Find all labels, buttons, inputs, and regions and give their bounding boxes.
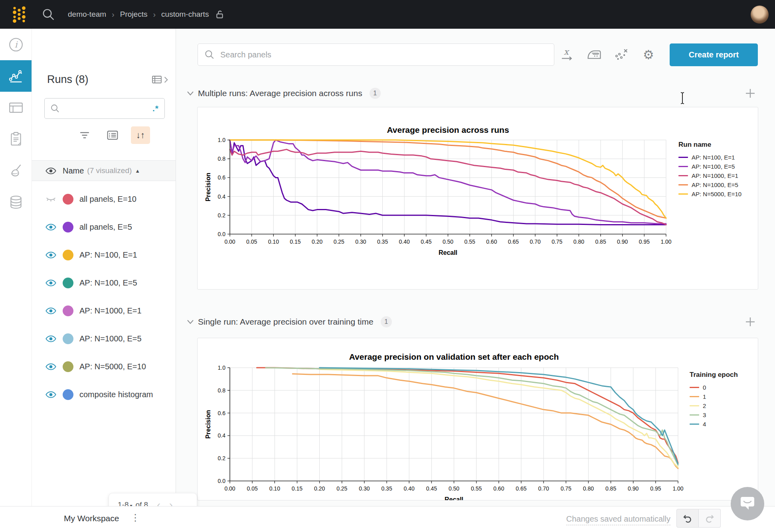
add-panel-icon[interactable] (744, 87, 757, 100)
run-name[interactable]: AP: N=100, E=1 (79, 250, 137, 260)
top-navbar: demo-team › Projects › custom-charts (0, 0, 775, 29)
undo-button[interactable] (676, 509, 699, 528)
breadcrumb-project-name[interactable]: custom-charts (161, 10, 209, 19)
run-visible-eye-icon[interactable] (45, 363, 56, 370)
run-color-dot (63, 305, 73, 316)
svg-text:0.20: 0.20 (314, 485, 325, 492)
legend-title: Run name (678, 141, 741, 149)
run-visible-eye-icon[interactable] (45, 251, 56, 259)
legend-swatch (690, 396, 699, 397)
run-name[interactable]: all panels, E=10 (79, 195, 136, 204)
svg-text:0.90: 0.90 (628, 485, 639, 492)
regex-toggle[interactable]: .* (152, 104, 159, 113)
run-visible-eye-icon[interactable] (45, 223, 56, 231)
collapse-chevron-icon[interactable] (186, 91, 194, 96)
run-row[interactable]: AP: N=100, E=5 (32, 269, 176, 297)
svg-text:0.0: 0.0 (218, 478, 226, 484)
run-color-dot (63, 333, 73, 344)
workspace-menu-icon[interactable]: ⋮ (130, 512, 140, 523)
runs-name-header[interactable]: Name (7 visualized) ▲ (32, 160, 176, 181)
help-chat-button[interactable] (731, 487, 764, 520)
collapse-chevron-icon[interactable] (186, 319, 194, 325)
settings-gear-icon[interactable]: ⚙ (641, 47, 656, 63)
run-visible-eye-icon[interactable] (45, 391, 56, 398)
svg-text:1.0: 1.0 (218, 365, 226, 371)
text-cursor (680, 91, 685, 105)
run-hidden-eye-icon[interactable] (45, 195, 56, 203)
breadcrumb-team[interactable]: demo-team (68, 10, 106, 19)
svg-text:i: i (14, 39, 18, 49)
run-color-dot (63, 222, 73, 233)
nav-artifacts-icon[interactable] (0, 186, 32, 218)
run-name[interactable]: all panels, E=5 (79, 223, 132, 232)
left-nav-rail: i (0, 29, 32, 532)
run-name[interactable]: AP: N=5000, E=10 (79, 362, 146, 371)
svg-text:0.6: 0.6 (218, 174, 226, 181)
autosave-status[interactable]: Changes saved automatically (566, 514, 670, 525)
nav-logs-icon[interactable] (0, 123, 32, 155)
name-column-header[interactable]: Name (63, 166, 84, 175)
legend-item: AP: N=1000, E=1 (678, 171, 741, 180)
user-avatar[interactable] (751, 6, 769, 24)
run-visible-eye-icon[interactable] (45, 279, 56, 287)
runs-table-expand-button[interactable] (152, 75, 168, 85)
svg-text:0.4: 0.4 (218, 193, 226, 200)
run-row[interactable]: AP: N=1000, E=5 (32, 325, 176, 353)
run-visible-eye-icon[interactable] (45, 335, 56, 343)
run-name[interactable]: AP: N=100, E=5 (79, 278, 137, 288)
legend-item: AP: N=1000, E=5 (678, 180, 741, 189)
chart-panel-single-run[interactable]: 0.000.050.100.150.200.250.300.350.400.45… (197, 338, 758, 500)
x-axis-settings-icon[interactable]: x (559, 47, 575, 63)
add-panel-icon[interactable] (744, 315, 757, 328)
workspace-selector[interactable]: My Workspace (64, 514, 119, 523)
global-search-icon[interactable] (42, 8, 55, 21)
run-visible-eye-icon[interactable] (45, 307, 56, 315)
run-row[interactable]: AP: N=5000, E=10 (32, 353, 176, 380)
panel-search-box (198, 43, 554, 66)
run-row[interactable]: AP: N=100, E=1 (32, 241, 176, 269)
svg-text:0.70: 0.70 (530, 238, 540, 245)
svg-text:0.70: 0.70 (538, 485, 549, 492)
legend-label: 1 (703, 393, 706, 400)
nav-sweeps-icon[interactable] (0, 155, 32, 186)
run-row[interactable]: all panels, E=10 (32, 185, 176, 213)
legend-swatch (678, 157, 688, 158)
sort-button[interactable]: ↓↑ (131, 126, 150, 144)
sort-direction-caret-icon[interactable]: ▲ (135, 168, 140, 174)
nav-tables-icon[interactable] (0, 92, 32, 123)
visualized-count: (7 visualized) (87, 166, 132, 175)
svg-text:0.55: 0.55 (465, 238, 475, 245)
outliers-icon[interactable] (613, 47, 629, 63)
run-row[interactable]: composite histogram (32, 380, 176, 408)
redo-button[interactable] (699, 509, 721, 528)
precision-recall-chart[interactable]: 0.000.050.100.150.200.250.300.350.400.45… (203, 112, 672, 276)
panel-search-input[interactable] (219, 50, 548, 60)
runs-toolbar: ↓↑ (75, 126, 150, 144)
svg-text:Average precision on validatio: Average precision on validation set afte… (349, 352, 559, 361)
nav-charts-icon[interactable] (0, 60, 32, 92)
epoch-precision-chart[interactable]: 0.000.050.100.150.200.250.300.350.400.45… (203, 342, 686, 500)
breadcrumb-projects[interactable]: Projects (120, 10, 148, 19)
smoothing-icon[interactable] (586, 47, 602, 63)
chart-panel-multiple-runs[interactable]: 0.000.050.100.150.200.250.300.350.400.45… (197, 107, 758, 290)
create-report-button[interactable]: Create report (670, 43, 758, 66)
run-name[interactable]: composite histogram (79, 390, 153, 399)
nav-overview-icon[interactable]: i (0, 29, 32, 60)
sort-icon: ↓↑ (136, 130, 145, 140)
run-name[interactable]: AP: N=1000, E=5 (79, 334, 142, 343)
svg-text:0.95: 0.95 (639, 238, 650, 245)
run-row[interactable]: all panels, E=5 (32, 213, 176, 241)
toggle-all-visibility-icon[interactable] (45, 167, 56, 175)
legend-label: AP: N=100, E=1 (692, 154, 735, 161)
svg-text:1.00: 1.00 (660, 238, 671, 245)
wandb-logo-icon[interactable] (9, 4, 30, 24)
section-title[interactable]: Multiple runs: Average precision across … (198, 89, 362, 98)
runs-search-input[interactable] (64, 104, 148, 113)
section-title[interactable]: Single run: Average precision over train… (198, 317, 374, 327)
legend-item: AP: N=5000, E=10 (678, 189, 741, 199)
run-name[interactable]: AP: N=1000, E=1 (79, 306, 142, 315)
run-row[interactable]: AP: N=1000, E=1 (32, 297, 176, 325)
filter-button[interactable] (75, 126, 94, 144)
legend-label: 2 (703, 402, 706, 409)
group-button[interactable] (103, 126, 122, 144)
